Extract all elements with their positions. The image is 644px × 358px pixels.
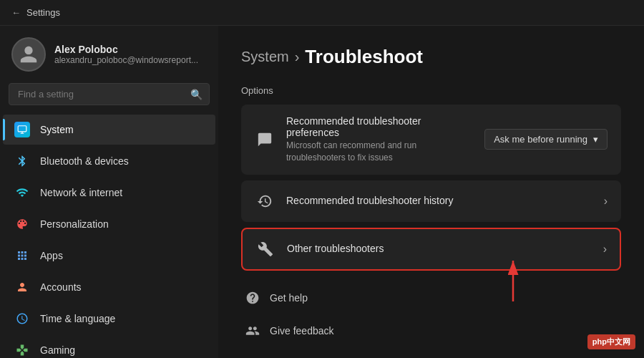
gaming-icon: [14, 342, 30, 358]
sidebar-item-bluetooth[interactable]: Bluetooth & devices: [3, 146, 215, 176]
search-icon: 🔍: [190, 89, 203, 100]
apps-icon: [14, 248, 30, 263]
give-feedback-label: Give feedback: [270, 325, 334, 337]
feedback-icon: [244, 322, 261, 339]
card-recommended-prefs[interactable]: Recommended troubleshooter preferences M…: [241, 105, 621, 175]
user-name: Alex Poloboc: [54, 44, 198, 55]
search-input[interactable]: [9, 83, 210, 105]
chevron-right-icon: ›: [604, 195, 608, 208]
sidebar-item-label-personalization: Personalization: [40, 218, 109, 230]
dropdown-chevron-icon: ▾: [593, 134, 598, 145]
network-icon: [14, 185, 30, 200]
card-content-other-troubleshooters: Other troubleshooters: [287, 243, 592, 256]
sidebar-item-network[interactable]: Network & internet: [3, 178, 215, 208]
card-title-recommended-prefs: Recommended troubleshooter preferences: [286, 115, 473, 138]
sidebar-item-label-accounts: Accounts: [40, 281, 82, 293]
sidebar-item-label-gaming: Gaming: [40, 344, 75, 356]
get-help-label: Get help: [270, 292, 308, 304]
chevron-action-other: ›: [603, 243, 607, 256]
wrench-icon: [255, 239, 275, 259]
avatar: [11, 37, 46, 72]
php-watermark: php中文网: [587, 334, 635, 349]
user-email: alexandru_poloboc@windowsreport...: [54, 55, 198, 65]
options-label: Options: [241, 85, 621, 96]
chevron-right-icon-2: ›: [603, 243, 607, 256]
sidebar-item-gaming[interactable]: Gaming: [3, 335, 215, 358]
breadcrumb-parent[interactable]: System: [241, 49, 289, 65]
sidebar-item-time[interactable]: Time & language: [3, 304, 215, 334]
dropdown-label: Ask me before running: [494, 134, 587, 145]
help-icon: [244, 289, 261, 306]
svg-rect-0: [18, 126, 26, 132]
dropdown-action[interactable]: Ask me before running ▾: [484, 129, 608, 150]
card-content-recommended-history: Recommended troubleshooter history: [286, 195, 592, 208]
help-links: Get help Give feedback: [241, 282, 621, 347]
time-icon: [14, 311, 30, 326]
sidebar-item-label-network: Network & internet: [40, 187, 122, 198]
chevron-action-history: ›: [604, 195, 608, 208]
back-button[interactable]: ←: [11, 7, 21, 18]
title-bar: ← Settings: [0, 0, 644, 26]
sidebar: Alex Poloboc alexandru_poloboc@windowsre…: [0, 26, 218, 358]
system-icon: [14, 122, 30, 137]
user-icon: [19, 44, 39, 64]
sidebar-item-label-system: System: [40, 124, 74, 135]
give-feedback-link[interactable]: Give feedback: [241, 315, 621, 347]
card-title-other-troubleshooters: Other troubleshooters: [287, 243, 592, 254]
breadcrumb-current: Troubleshoot: [305, 46, 423, 68]
accounts-icon: [14, 279, 30, 295]
chat-icon: [255, 130, 275, 150]
breadcrumb-separator: ›: [295, 49, 300, 65]
get-help-link[interactable]: Get help: [241, 282, 621, 314]
card-recommended-history[interactable]: Recommended troubleshooter history ›: [241, 180, 621, 222]
sidebar-item-label-bluetooth: Bluetooth & devices: [40, 155, 129, 167]
card-other-troubleshooters[interactable]: Other troubleshooters ›: [241, 228, 621, 271]
user-info: Alex Poloboc alexandru_poloboc@windowsre…: [54, 44, 198, 65]
content-area: System › Troubleshoot Options Recommende…: [218, 26, 644, 358]
bluetooth-icon: [14, 153, 30, 169]
main-layout: Alex Poloboc alexandru_poloboc@windowsre…: [0, 26, 644, 358]
personalization-icon: [14, 216, 30, 232]
search-box: 🔍: [9, 83, 210, 105]
app-title: Settings: [26, 7, 60, 18]
sidebar-item-personalization[interactable]: Personalization: [3, 209, 215, 239]
sidebar-item-accounts[interactable]: Accounts: [3, 272, 215, 302]
history-icon: [255, 191, 275, 211]
sidebar-item-apps[interactable]: Apps: [3, 241, 215, 271]
sidebar-item-label-time: Time & language: [40, 313, 115, 324]
sidebar-item-system[interactable]: System: [3, 115, 215, 145]
breadcrumb: System › Troubleshoot: [241, 46, 621, 68]
sidebar-item-label-apps: Apps: [40, 250, 63, 261]
card-subtitle-recommended-prefs: Microsoft can recommend and run troubles…: [286, 140, 473, 164]
dropdown-button[interactable]: Ask me before running ▾: [484, 129, 608, 150]
card-content-recommended-prefs: Recommended troubleshooter preferences M…: [286, 115, 473, 164]
user-profile[interactable]: Alex Poloboc alexandru_poloboc@windowsre…: [0, 26, 218, 80]
card-title-recommended-history: Recommended troubleshooter history: [286, 195, 592, 206]
